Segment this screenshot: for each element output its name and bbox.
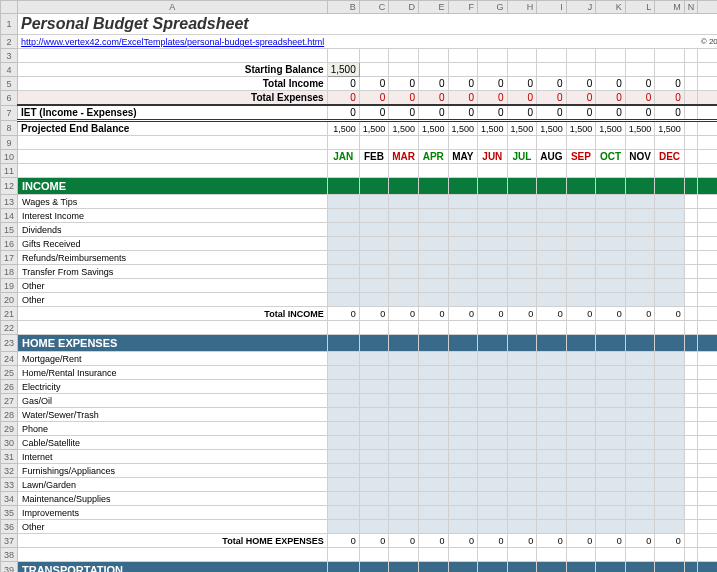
data-cell[interactable] xyxy=(566,436,596,450)
data-cell[interactable] xyxy=(596,408,626,422)
data-cell[interactable] xyxy=(625,209,655,223)
data-cell[interactable] xyxy=(419,492,449,506)
data-cell[interactable] xyxy=(389,366,419,380)
data-cell[interactable] xyxy=(448,478,478,492)
data-cell[interactable] xyxy=(419,506,449,520)
data-cell[interactable] xyxy=(419,422,449,436)
data-cell[interactable] xyxy=(655,251,685,265)
data-cell[interactable] xyxy=(625,237,655,251)
source-link[interactable]: http://www.vertex42.com/ExcelTemplates/p… xyxy=(18,35,328,49)
data-cell[interactable] xyxy=(596,265,626,279)
data-cell[interactable] xyxy=(566,478,596,492)
data-cell[interactable] xyxy=(655,380,685,394)
data-cell[interactable] xyxy=(507,279,537,293)
data-cell[interactable] xyxy=(507,209,537,223)
data-cell[interactable] xyxy=(566,422,596,436)
data-cell[interactable] xyxy=(655,293,685,307)
data-cell[interactable] xyxy=(389,293,419,307)
data-cell[interactable] xyxy=(655,394,685,408)
data-cell[interactable] xyxy=(655,223,685,237)
data-cell[interactable] xyxy=(389,394,419,408)
data-cell[interactable] xyxy=(566,209,596,223)
data-cell[interactable] xyxy=(596,279,626,293)
data-cell[interactable] xyxy=(389,265,419,279)
data-cell[interactable] xyxy=(507,265,537,279)
data-cell[interactable] xyxy=(625,408,655,422)
data-cell[interactable] xyxy=(389,237,419,251)
data-cell[interactable] xyxy=(448,366,478,380)
data-cell[interactable] xyxy=(389,195,419,209)
data-cell[interactable] xyxy=(507,366,537,380)
data-cell[interactable] xyxy=(625,492,655,506)
data-cell[interactable] xyxy=(359,492,389,506)
data-cell[interactable] xyxy=(507,408,537,422)
data-cell[interactable] xyxy=(655,422,685,436)
data-cell[interactable] xyxy=(537,492,567,506)
data-cell[interactable] xyxy=(478,195,508,209)
data-cell[interactable] xyxy=(596,380,626,394)
data-cell[interactable] xyxy=(359,394,389,408)
data-cell[interactable] xyxy=(327,450,359,464)
data-cell[interactable] xyxy=(625,380,655,394)
data-cell[interactable] xyxy=(448,520,478,534)
data-cell[interactable] xyxy=(478,237,508,251)
data-cell[interactable] xyxy=(448,450,478,464)
data-cell[interactable] xyxy=(655,464,685,478)
data-cell[interactable] xyxy=(327,422,359,436)
data-cell[interactable] xyxy=(478,520,508,534)
data-cell[interactable] xyxy=(655,279,685,293)
data-cell[interactable] xyxy=(625,251,655,265)
data-cell[interactable] xyxy=(537,520,567,534)
data-cell[interactable] xyxy=(596,237,626,251)
data-cell[interactable] xyxy=(448,195,478,209)
data-cell[interactable] xyxy=(655,450,685,464)
data-cell[interactable] xyxy=(625,478,655,492)
data-cell[interactable] xyxy=(478,464,508,478)
data-cell[interactable] xyxy=(596,366,626,380)
data-cell[interactable] xyxy=(625,450,655,464)
data-cell[interactable] xyxy=(448,352,478,366)
data-cell[interactable] xyxy=(327,366,359,380)
data-cell[interactable] xyxy=(596,352,626,366)
data-cell[interactable] xyxy=(625,293,655,307)
data-cell[interactable] xyxy=(389,506,419,520)
data-cell[interactable] xyxy=(419,265,449,279)
data-cell[interactable] xyxy=(327,209,359,223)
data-cell[interactable] xyxy=(359,380,389,394)
data-cell[interactable] xyxy=(655,506,685,520)
data-cell[interactable] xyxy=(596,223,626,237)
data-cell[interactable] xyxy=(507,478,537,492)
data-cell[interactable] xyxy=(655,478,685,492)
data-cell[interactable] xyxy=(537,251,567,265)
data-cell[interactable] xyxy=(566,450,596,464)
data-cell[interactable] xyxy=(359,436,389,450)
data-cell[interactable] xyxy=(596,450,626,464)
data-cell[interactable] xyxy=(359,237,389,251)
data-cell[interactable] xyxy=(566,293,596,307)
data-cell[interactable] xyxy=(419,366,449,380)
data-cell[interactable] xyxy=(537,209,567,223)
data-cell[interactable] xyxy=(359,223,389,237)
data-cell[interactable] xyxy=(655,520,685,534)
data-cell[interactable] xyxy=(655,436,685,450)
data-cell[interactable] xyxy=(596,492,626,506)
data-cell[interactable] xyxy=(359,464,389,478)
data-cell[interactable] xyxy=(537,422,567,436)
data-cell[interactable] xyxy=(596,195,626,209)
data-cell[interactable] xyxy=(448,223,478,237)
data-cell[interactable] xyxy=(625,394,655,408)
data-cell[interactable] xyxy=(537,380,567,394)
data-cell[interactable] xyxy=(419,408,449,422)
data-cell[interactable] xyxy=(448,265,478,279)
data-cell[interactable] xyxy=(625,422,655,436)
data-cell[interactable] xyxy=(419,520,449,534)
data-cell[interactable] xyxy=(625,436,655,450)
data-cell[interactable] xyxy=(419,237,449,251)
data-cell[interactable] xyxy=(389,251,419,265)
data-cell[interactable] xyxy=(537,195,567,209)
data-cell[interactable] xyxy=(596,251,626,265)
data-cell[interactable] xyxy=(507,195,537,209)
data-cell[interactable] xyxy=(389,352,419,366)
data-cell[interactable] xyxy=(625,265,655,279)
data-cell[interactable] xyxy=(359,279,389,293)
